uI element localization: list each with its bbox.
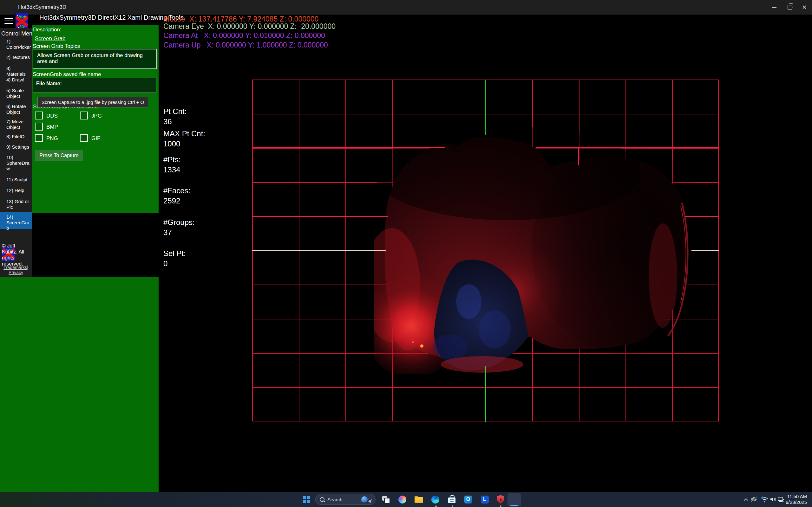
shield-app-button[interactable] <box>495 494 506 505</box>
control-menu-label: Control Menu <box>1 31 36 37</box>
clock-date: 9/23/2025 <box>774 499 807 505</box>
hamburger-menu-icon[interactable] <box>4 18 13 24</box>
copilot-icon <box>398 496 406 504</box>
legal-links: Trademarks| Privacy <box>0 265 32 275</box>
grid-highlight-segment <box>536 147 719 148</box>
l-app-button[interactable]: L <box>479 494 490 505</box>
checkbox-gif[interactable] <box>80 134 88 142</box>
checkbox-dds-label: DDS <box>46 113 58 119</box>
sidebar-item-textures[interactable]: 2) Textures <box>6 55 31 60</box>
sidebar-item-scale-object[interactable]: 5) Scale Object <box>6 88 31 99</box>
sidebar-item-grid-or-pic[interactable]: 13) Grid or Pic <box>6 199 31 210</box>
outlook-button[interactable]: O <box>462 494 474 505</box>
search-highlight-planet-icon <box>361 496 368 503</box>
restore-button[interactable] <box>782 0 797 14</box>
grid-pale-segment <box>692 250 719 251</box>
start-button[interactable] <box>301 494 312 505</box>
faces-value: 2592 <box>163 196 180 205</box>
groups-label: #Groups: <box>163 218 195 227</box>
onedrive-paused-icon[interactable] <box>750 496 758 503</box>
sidebar-item-rotate-object[interactable]: 6) Rotate Object <box>6 104 31 115</box>
close-icon: ✕ <box>802 4 807 10</box>
3d-model-object[interactable] <box>374 127 695 374</box>
task-view-button[interactable] <box>380 494 392 505</box>
faces-label: #Faces: <box>163 186 190 195</box>
sidebar-item-sculpt[interactable]: 11) Sculpt <box>6 177 31 182</box>
search-icon <box>320 497 324 502</box>
app-title: Hot3dxSymmetry3D DirectX12 Xaml Drawing … <box>39 14 183 21</box>
edge-running-dot <box>435 505 437 507</box>
pts-value: 1334 <box>163 165 180 174</box>
edge-button[interactable] <box>429 494 441 505</box>
checkbox-png[interactable] <box>35 134 43 142</box>
shield-running-dot <box>500 505 502 507</box>
description-label: Description: <box>33 26 61 33</box>
file-name-input[interactable]: File Name: <box>33 78 156 93</box>
shield-icon <box>497 495 504 504</box>
hot3dx-taskbar-active-tile[interactable] <box>507 493 521 506</box>
checkbox-bmp[interactable] <box>35 123 43 130</box>
topics-label: Screen Grab Topics <box>33 43 80 49</box>
grid-highlight-segment <box>252 147 445 148</box>
minimize-icon <box>772 7 776 8</box>
sidebar-item-fileio[interactable]: 8) FileIO <box>6 134 31 139</box>
sidebar-item-settings[interactable]: 9) Settings <box>6 144 31 150</box>
file-name-label: File Name: <box>36 81 62 87</box>
minimize-button[interactable] <box>767 0 781 14</box>
link-separator: | <box>27 265 28 270</box>
tooltip: Screen Capture to a .jpg file by pressin… <box>38 97 148 107</box>
saved-file-label: ScreenGrab saved file name <box>33 71 101 78</box>
close-button[interactable]: ✕ <box>797 0 812 14</box>
checkbox-jpg-label: JPG <box>91 113 102 119</box>
search-placeholder: Search <box>327 497 361 502</box>
sidebar-item-help[interactable]: 12) Help <box>6 187 31 193</box>
grid-pale-segment <box>252 250 386 251</box>
file-explorer-button[interactable] <box>413 494 424 505</box>
sidebar-item-materials[interactable]: 3) Materials <box>6 66 31 77</box>
camera-up-coords: Camera Up X: 0.000000 Y: 1.000000 Z: 0.0… <box>163 41 328 49</box>
search-box[interactable]: Search <box>315 494 375 505</box>
checkbox-png-label: PNG <box>46 135 58 142</box>
checkbox-bmp-label: BMP <box>46 124 58 130</box>
checkbox-gif-label: GIF <box>91 135 100 142</box>
trademarks-link[interactable]: Trademarks <box>3 265 27 270</box>
pt-cnt-label: Pt Cnt: <box>163 107 187 116</box>
sidebar-item-colorpicker[interactable]: 1) ColorPicker <box>6 39 31 50</box>
camera-eye-coords: Camera Eye X: 0.000000 Y: 0.000000 Z: -2… <box>163 22 336 31</box>
checkbox-dds[interactable] <box>35 112 43 119</box>
topics-textbox[interactable]: Allows Screen Grab or capture of the dra… <box>33 49 157 69</box>
store-button[interactable] <box>446 494 457 505</box>
windows-logo-icon <box>303 496 310 503</box>
privacy-link[interactable]: Privacy <box>9 270 23 275</box>
pts-label: #Pts: <box>163 155 181 164</box>
store-icon <box>448 498 455 503</box>
checkbox-jpg[interactable] <box>80 112 88 119</box>
sel-pt-label: Sel Pt: <box>163 249 186 258</box>
wifi-shield-icon[interactable] <box>761 496 769 503</box>
groups-value: 37 <box>163 228 172 237</box>
camera-at-coords: Camera At X: 0.000000 Y: 0.010000 Z: 0.0… <box>163 32 325 40</box>
sidebar-item-move-object[interactable]: 7) Move Object <box>6 119 31 130</box>
screen-grab-link[interactable]: Screen Grab <box>35 36 65 42</box>
sidebar-item-screengrab[interactable]: 14) ScreenGrab <box>6 214 31 231</box>
press-to-capture-button[interactable]: Press To Capture <box>35 150 83 161</box>
folder-icon <box>415 497 423 503</box>
sidebar-item-spheredraw[interactable]: 10) SphereDraw <box>6 155 31 171</box>
green-filler-panel <box>0 277 159 492</box>
sidebar-item-draw[interactable]: 4) Draw! <box>6 77 31 83</box>
taskbar-clock[interactable]: 11:50 AM 9/23/2025 <box>774 494 807 505</box>
grid-highlight-segment <box>578 148 579 165</box>
max-pt-cnt-value: 1000 <box>163 139 180 148</box>
copilot-button[interactable] <box>397 494 408 505</box>
clock-time: 11:50 AM <box>774 494 807 499</box>
copyright-text: © Jeff Kubitz. All rights reserved. <box>2 243 31 267</box>
tray-chevron-up-icon[interactable] <box>743 496 749 503</box>
grid-highlight-segment <box>685 216 719 217</box>
store-running-dot <box>452 505 453 507</box>
l-app-icon: L <box>481 496 489 504</box>
active-app-indicator <box>510 505 518 506</box>
grid-highlight-segment <box>252 216 388 217</box>
y-axis-line-top <box>485 79 486 135</box>
y-axis-line-bottom <box>485 366 486 422</box>
taskbar: Search O L <box>0 492 812 507</box>
